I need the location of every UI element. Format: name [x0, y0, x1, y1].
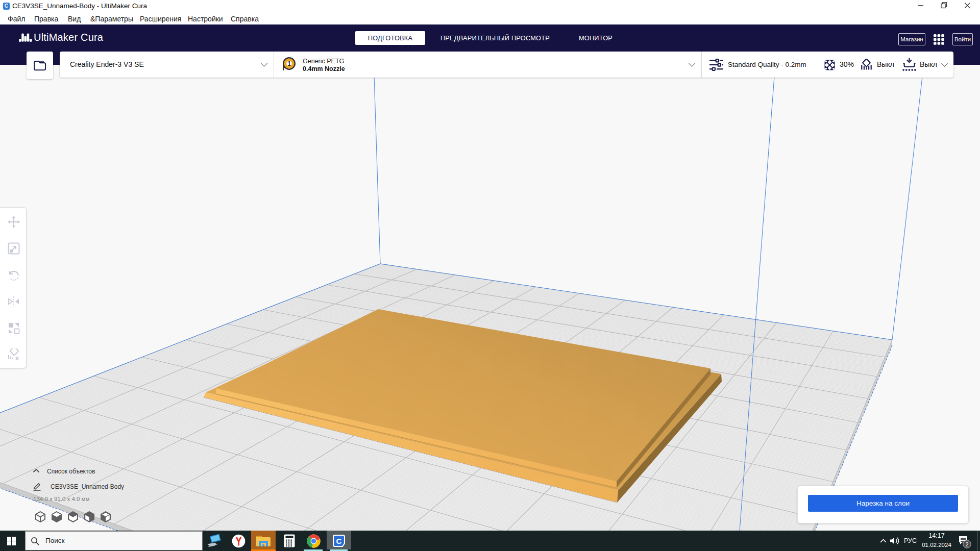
svg-text:1: 1	[287, 60, 291, 67]
svg-text:C: C	[336, 537, 342, 545]
svg-text:2: 2	[965, 541, 968, 547]
